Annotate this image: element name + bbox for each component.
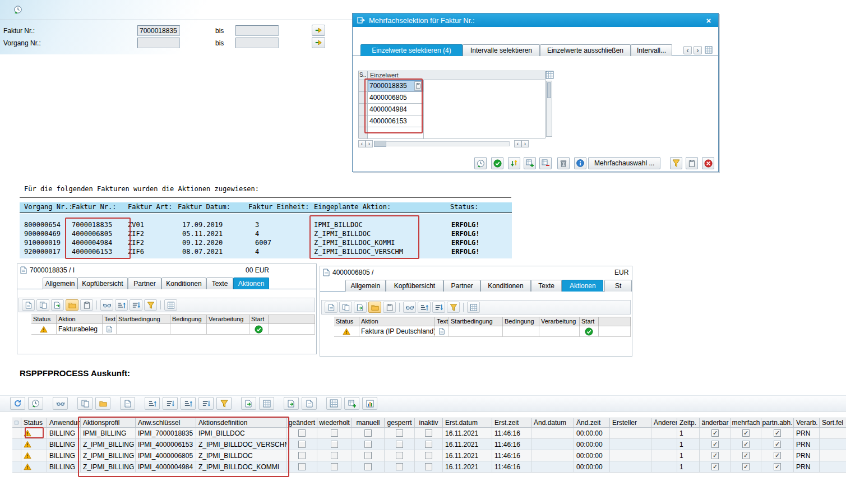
find-button[interactable] [53, 397, 68, 410]
tab-partner[interactable]: Partner [443, 280, 480, 292]
tab-scroll-left-icon[interactable]: ‹ [683, 46, 692, 54]
cancel-button[interactable] [702, 157, 714, 169]
table-row[interactable]: BILLING Z_IPMI_BILLING IPMI_4000004984 Z… [12, 461, 846, 473]
log-button[interactable] [383, 302, 396, 313]
execute-icon[interactable] [13, 5, 22, 16]
mehrfachauswahl-button[interactable]: Mehrfachauswahl ... [588, 157, 660, 169]
scrollbar-thumb[interactable] [374, 141, 386, 147]
sort-ascending-button[interactable] [115, 299, 128, 311]
value-cell[interactable]: 4000006153 [368, 115, 424, 127]
tab-aktionen[interactable]: Aktionen [562, 280, 603, 292]
checkbox-manuell[interactable] [364, 463, 372, 470]
export-button[interactable] [241, 397, 256, 410]
process-action-button[interactable] [66, 299, 78, 311]
horizontal-scrollbar[interactable]: ‹ › ‹ › [358, 140, 529, 147]
export-button[interactable] [51, 299, 64, 311]
faktur-nr-input[interactable] [137, 25, 180, 36]
tab-aktionen[interactable]: Aktionen [233, 278, 269, 289]
descending-button[interactable] [198, 397, 214, 410]
checkbox-mehrfach[interactable]: ✓ [742, 429, 750, 437]
checkbox-partnabh[interactable]: ✓ [774, 441, 781, 448]
vertical-scrollbar[interactable] [546, 81, 552, 137]
checkbox-manuell[interactable] [364, 441, 372, 448]
display-change-button[interactable] [120, 397, 135, 410]
checkbox-inaktiv[interactable] [425, 452, 432, 459]
tab-allgemein[interactable]: Allgemein [43, 278, 77, 289]
filter-button[interactable] [216, 397, 232, 410]
scroll-right-icon[interactable]: › [366, 140, 373, 147]
word-processing-button[interactable] [302, 397, 317, 410]
checkbox-wiederholt[interactable] [331, 429, 338, 437]
row-selector[interactable] [359, 92, 368, 104]
table-view-button[interactable] [326, 397, 341, 410]
report-row[interactable]: 9000004694000006805ZIF205.11.20214Z_IPMI… [20, 229, 512, 238]
select-all-icon[interactable] [12, 418, 21, 428]
tab-einzelwerte-selektieren[interactable]: Einzelwerte selektieren (4) [360, 44, 463, 56]
copy-values-button[interactable] [474, 157, 487, 169]
pivot-button[interactable] [344, 397, 359, 410]
tab-allgemein[interactable]: Allgemein [345, 280, 386, 292]
page-left-icon[interactable]: ‹ [514, 140, 521, 147]
checkbox-partnabh[interactable]: ✓ [774, 463, 781, 470]
action-row[interactable]: Fakturabeleg [31, 324, 315, 335]
checkbox-aenderbar[interactable]: ✓ [711, 452, 719, 459]
checkbox-geaendert[interactable] [298, 429, 306, 437]
filter-button[interactable] [670, 157, 682, 169]
delete-row-button[interactable] [539, 157, 552, 169]
local-file-button[interactable] [284, 397, 299, 410]
tab-intervall-ausschliessen[interactable]: Intervall... [631, 44, 672, 56]
copy-button[interactable] [36, 299, 49, 311]
table-row[interactable]: BILLING IPMI_BILLING IPMI_7000018835 IPM… [12, 428, 846, 439]
text-doc-icon[interactable] [438, 328, 445, 335]
filter-button[interactable] [447, 302, 460, 313]
tab-status[interactable]: St [604, 280, 632, 292]
row-selector[interactable] [359, 80, 368, 92]
page-right-icon[interactable]: › [521, 140, 529, 147]
sort-ascending-button[interactable] [145, 397, 160, 410]
checkbox-manuell[interactable] [364, 429, 372, 437]
checkbox-inaktiv[interactable] [425, 441, 432, 448]
checkbox-wiederholt[interactable] [331, 463, 338, 470]
text-doc-icon[interactable] [106, 326, 113, 332]
vorgang-nr-bis-input[interactable] [235, 38, 279, 48]
log-button[interactable] [80, 299, 93, 311]
checkbox-mehrfach[interactable]: ✓ [742, 463, 750, 470]
table-settings-button[interactable] [164, 299, 177, 311]
checkbox-wiederholt[interactable] [331, 452, 338, 459]
tab-kopfuebersicht[interactable]: Kopfübersicht [77, 278, 128, 289]
tab-intervalle-selektieren[interactable]: Intervalle selektieren [463, 44, 540, 56]
tab-scroll-right-icon[interactable]: › [694, 46, 702, 54]
swap-button[interactable] [508, 157, 520, 169]
display-document-button[interactable] [325, 302, 338, 313]
checkbox-partnabh[interactable]: ✓ [774, 429, 781, 437]
export-button[interactable] [354, 302, 367, 313]
open-folder-button[interactable] [95, 397, 110, 410]
checkbox-aenderbar[interactable]: ✓ [711, 463, 719, 470]
checkbox-wiederholt[interactable] [331, 441, 338, 448]
table-row[interactable]: BILLING Z_IPMI_BILLING IPMI_4000006153 Z… [12, 439, 846, 450]
multiline-edit-icon[interactable] [414, 81, 422, 91]
checkbox-gesperrt[interactable] [396, 463, 403, 470]
display-document-button[interactable] [22, 299, 35, 311]
ascending-button[interactable] [181, 397, 196, 410]
table-settings-button[interactable] [467, 302, 480, 313]
checkbox-mehrfach[interactable]: ✓ [742, 452, 750, 459]
tab-texte[interactable]: Texte [206, 278, 233, 289]
sort-ascending-button[interactable] [418, 302, 431, 313]
report-row[interactable]: 9200000174000006153ZIF608.07.20214Z_IPMI… [20, 247, 512, 256]
faktur-nr-bis-input[interactable] [235, 25, 279, 36]
graphic-button[interactable] [362, 397, 377, 410]
display-button[interactable] [100, 299, 113, 311]
info-button[interactable] [574, 157, 586, 169]
checkbox-geaendert[interactable] [298, 441, 306, 448]
tab-konditionen[interactable]: Konditionen [161, 278, 206, 289]
checkbox-gesperrt[interactable] [396, 452, 403, 459]
checkbox-manuell[interactable] [364, 452, 372, 459]
spreadsheet-button[interactable] [259, 397, 274, 410]
filter-button[interactable] [144, 299, 157, 311]
action-row[interactable]: Faktura (IP Deutschland) [334, 326, 631, 337]
value-cell[interactable]: 4000004984 [368, 104, 424, 115]
display-button[interactable] [403, 302, 416, 313]
process-action-button[interactable] [368, 302, 381, 313]
checkbox-geaendert[interactable] [298, 452, 306, 459]
